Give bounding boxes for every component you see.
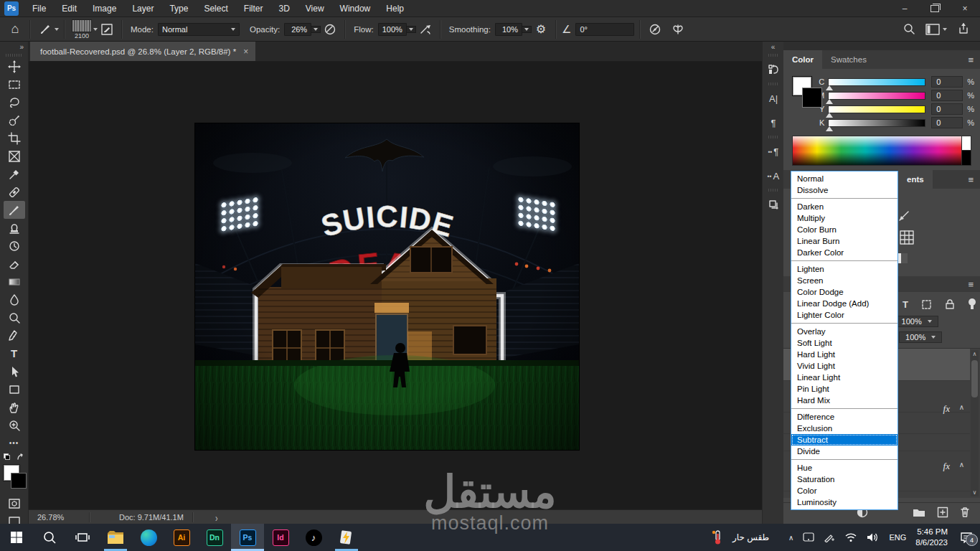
blend-option-linear-light[interactable]: Linear Light [791, 372, 897, 383]
brush-picker[interactable]: 2100 [72, 19, 92, 39]
blend-option-overlay[interactable]: Overlay [791, 326, 897, 337]
background-color-swatch[interactable] [11, 473, 27, 489]
new-group-icon[interactable] [913, 507, 925, 520]
tablet-mode-icon[interactable] [803, 532, 814, 542]
document-tab[interactable]: football-Recovered.psd @ 26.8% (Layer 2,… [30, 42, 255, 61]
blend-option-exclusion[interactable]: Exclusion [791, 423, 897, 434]
quick-mask-icon[interactable] [4, 494, 25, 512]
task-view-icon[interactable] [66, 524, 99, 551]
menu-3d[interactable]: 3D [270, 0, 297, 17]
adjustments-panel-menu-icon[interactable]: ≡ [961, 170, 980, 189]
tool-spot-healing-brush[interactable] [4, 183, 25, 201]
close-button[interactable]: × [950, 0, 980, 17]
opacity-chevron[interactable] [311, 26, 321, 33]
tool-clone-stamp[interactable] [4, 219, 25, 237]
blend-option-subtract[interactable]: Subtract [791, 434, 897, 446]
delete-layer-icon[interactable] [960, 507, 970, 521]
tool-brush[interactable] [4, 201, 25, 219]
toolbar-collapse-icon[interactable]: » [0, 42, 28, 53]
clock[interactable]: 5:46 PM 8/6/2023 [915, 527, 948, 548]
menu-file[interactable]: File [24, 0, 54, 17]
brush-preset-chevron[interactable] [55, 28, 59, 31]
taskbar-indesign[interactable]: Id [264, 524, 297, 551]
tool-path-selection[interactable] [4, 362, 25, 380]
notification-center-icon[interactable]: 4 [960, 532, 973, 543]
tab-adjustments-fragment[interactable]: ents [898, 170, 933, 189]
tool-crop[interactable] [4, 129, 25, 147]
blend-option-hue[interactable]: Hue [791, 462, 897, 474]
taskbar-search-icon[interactable] [33, 524, 66, 551]
tool-frame[interactable] [4, 147, 25, 165]
blend-option-screen[interactable]: Screen [791, 275, 897, 286]
taskbar-photoshop[interactable]: Ps [231, 524, 264, 551]
menu-help[interactable]: Help [378, 0, 412, 17]
layers-opacity-field[interactable]: 100% [895, 316, 938, 327]
cyan-slider[interactable]: C 0 % [814, 75, 974, 88]
gear-icon[interactable]: ⚙ [532, 20, 550, 39]
yellow-slider[interactable]: Y 0 % [814, 103, 974, 116]
tool-rectangular-marquee[interactable] [4, 75, 25, 93]
color-panel-swatches[interactable] [792, 76, 811, 109]
taskbar-file-explorer[interactable] [99, 524, 132, 551]
taskbar-tiktok[interactable]: ♪ [297, 524, 330, 551]
workspace-switcher[interactable] [925, 24, 947, 35]
smoothing-chevron[interactable] [522, 26, 532, 33]
edit-toolbar-icon[interactable]: ••• [4, 434, 25, 452]
blend-option-linear-burn[interactable]: Linear Burn [791, 235, 897, 247]
pressure-opacity-icon[interactable] [321, 20, 339, 39]
pressure-size-icon[interactable] [646, 20, 664, 39]
zoom-level-field[interactable]: 26.78% [29, 513, 89, 522]
menu-filter[interactable]: Filter [236, 0, 271, 17]
artboard-image[interactable]: SUICIDE DEAD [195, 123, 579, 450]
weather-icon[interactable] [712, 529, 723, 545]
flow-field[interactable]: 100% [378, 23, 407, 36]
tool-blur[interactable] [4, 291, 25, 309]
taskbar-illustrator[interactable]: Ai [165, 524, 198, 551]
layers-panel-menu-icon[interactable]: ≡ [961, 276, 980, 292]
black-slider[interactable]: K 0 % [814, 116, 974, 129]
blend-option-difference[interactable]: Difference [791, 411, 897, 423]
status-chevron-icon[interactable]: › [215, 511, 218, 523]
blend-option-linear-dodge[interactable]: Linear Dodge (Add) [791, 298, 897, 309]
tab-swatches[interactable]: Swatches [822, 50, 875, 69]
menu-type[interactable]: Type [161, 0, 196, 17]
blend-option-luminosity[interactable]: Luminosity [791, 496, 897, 508]
swap-colors-icon[interactable] [17, 453, 24, 461]
taskbar-edge[interactable] [132, 524, 165, 551]
color-spectrum-ramp[interactable] [792, 136, 963, 166]
adjustment-icon-pattern[interactable] [900, 230, 914, 248]
tab-close-icon[interactable]: × [243, 47, 248, 57]
blend-option-soft-light[interactable]: Soft Light [791, 337, 897, 349]
menu-view[interactable]: View [298, 0, 332, 17]
layers-scrollbar[interactable]: ∧ ∨ [971, 350, 979, 496]
blend-option-divide[interactable]: Divide [791, 446, 897, 457]
symmetry-icon[interactable] [669, 20, 687, 39]
minimize-button[interactable]: – [890, 0, 920, 17]
start-button[interactable] [0, 524, 33, 551]
weather-text[interactable]: طقس حار [732, 532, 769, 542]
menu-select[interactable]: Select [196, 0, 235, 17]
paragraph-styles-panel-icon[interactable]: ▪▪¶ [763, 139, 784, 164]
libraries-panel-icon[interactable] [763, 192, 784, 217]
color-panel-menu-icon[interactable]: ≡ [961, 50, 980, 69]
tool-pen[interactable] [4, 326, 25, 344]
tab-color[interactable]: Color [783, 50, 822, 69]
layers-fill-field[interactable]: 100% [899, 331, 942, 343]
tool-dodge[interactable] [4, 309, 25, 326]
paragraph-panel-icon[interactable]: ¶ [763, 110, 784, 135]
lock-text-icon[interactable]: T [903, 299, 908, 310]
white-swatch[interactable] [961, 136, 971, 151]
airbrush-icon[interactable] [416, 20, 435, 39]
tool-eraser[interactable] [4, 255, 25, 273]
restore-button[interactable] [920, 0, 950, 17]
foreground-background-swatches[interactable] [2, 464, 27, 489]
tool-zoom[interactable] [4, 416, 25, 434]
tool-lasso[interactable] [4, 93, 25, 111]
pen-input-icon[interactable] [824, 532, 835, 542]
menu-edit[interactable]: Edit [54, 0, 85, 17]
tool-eyedropper[interactable] [4, 165, 25, 183]
brush-tool-preset-icon[interactable] [36, 20, 55, 39]
blend-option-darken[interactable]: Darken [791, 201, 897, 212]
search-icon[interactable] [903, 22, 915, 37]
blend-option-color-dodge[interactable]: Color Dodge [791, 286, 897, 298]
